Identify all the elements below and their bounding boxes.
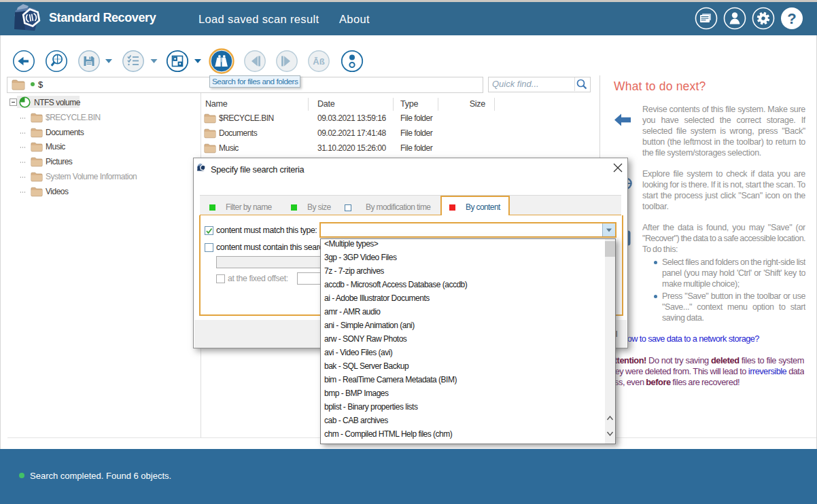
- svg-text:?: ?: [787, 10, 796, 27]
- svg-text:Āß: Āß: [313, 56, 324, 67]
